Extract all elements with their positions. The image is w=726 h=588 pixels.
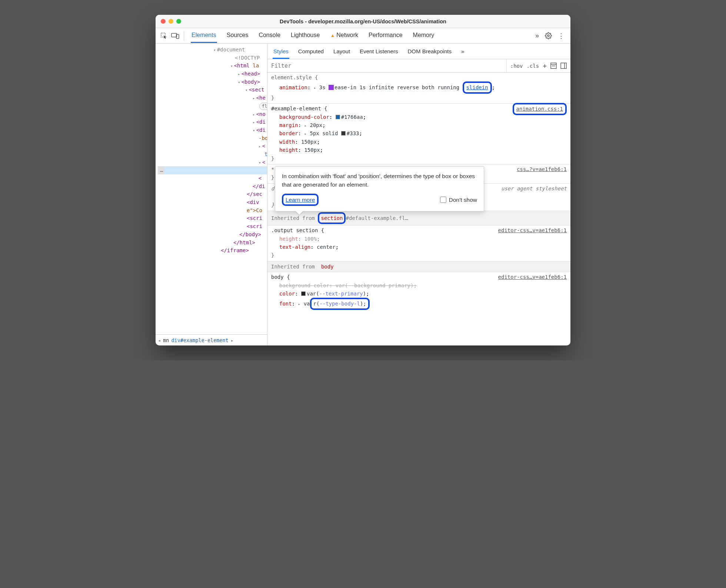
source-link[interactable]: css…?v=ae1feb6:1 (517, 165, 567, 173)
inspect-icon[interactable] (159, 31, 169, 41)
rule-example-element[interactable]: animation.css:1 #example-element { backg… (267, 104, 570, 164)
checkbox-input[interactable] (440, 197, 446, 203)
chevron-right-icon[interactable]: ▸ (231, 337, 234, 343)
source-link[interactable]: animation.css:1 (513, 103, 567, 115)
elements-panel: #document <!DOCTYP <html la <head> <body… (156, 44, 267, 345)
tab-dom-breakpoints[interactable]: DOM Breakpoints (407, 47, 452, 59)
tab-layout[interactable]: Layout (333, 47, 351, 59)
tab-sources[interactable]: Sources (226, 29, 249, 43)
breadcrumb[interactable]: ◂ mn div#example-element ▸ (156, 334, 267, 345)
inherited-section: Inherited from section#default-example.f… (267, 211, 570, 225)
crumb-selected[interactable]: div#example-element (171, 337, 228, 343)
cls-toggle[interactable]: .cls (526, 63, 539, 69)
styles-panel: Styles Computed Layout Event Listeners D… (267, 44, 570, 345)
tab-network[interactable]: Network (329, 29, 359, 43)
dont-show-checkbox[interactable]: Don't show (440, 196, 477, 204)
maximize-icon[interactable] (176, 19, 181, 24)
popover-text: In combination with 'float' and 'positio… (282, 172, 477, 189)
more-icon[interactable]: ⋮ (556, 32, 567, 40)
tab-styles[interactable]: Styles (273, 47, 289, 59)
titlebar: DevTools - developer.mozilla.org/en-US/d… (156, 15, 570, 28)
popover-tail (296, 211, 303, 215)
new-rule-icon[interactable]: + (543, 62, 547, 70)
tab-elements[interactable]: Elements (191, 29, 217, 43)
warning-icon (330, 32, 336, 38)
tab-lighthouse[interactable]: Lighthouse (290, 29, 320, 43)
hov-toggle[interactable]: :hov (510, 63, 523, 69)
window-controls (161, 19, 181, 24)
rule-body[interactable]: editor-css…v=ae1feb6:1 body { background… (267, 272, 570, 311)
tab-computed[interactable]: Computed (297, 47, 324, 59)
source-link[interactable]: editor-css…v=ae1feb6:1 (498, 226, 567, 234)
settings-icon[interactable] (543, 32, 554, 39)
highlight-learn-more[interactable]: Learn more (282, 194, 319, 206)
window-title: DevTools - developer.mozilla.org/en-US/d… (156, 19, 570, 24)
rule-output-section[interactable]: editor-css…v=ae1feb6:1 .output section {… (267, 225, 570, 261)
color-swatch-icon[interactable] (336, 115, 340, 119)
svg-rect-1 (171, 33, 177, 37)
property-docs-popover: In combination with 'float' and 'positio… (275, 166, 484, 211)
inherited-body: Inherited from body (267, 261, 570, 272)
filter-row: :hov .cls + (267, 59, 570, 73)
tab-event-listeners[interactable]: Event Listeners (359, 47, 399, 59)
tab-memory[interactable]: Memory (412, 29, 435, 43)
divider (184, 31, 184, 41)
tab-performance[interactable]: Performance (368, 29, 403, 43)
selected-dom-node[interactable]: … (158, 166, 267, 174)
styles-tabs-overflow[interactable]: » (460, 47, 465, 59)
learn-more-link[interactable]: Learn more (286, 197, 315, 203)
filter-buttons: :hov .cls + (506, 59, 570, 72)
flex-pill[interactable]: fl (259, 103, 267, 110)
filter-input[interactable] (267, 59, 506, 72)
close-icon[interactable] (161, 19, 166, 24)
color-swatch-icon[interactable] (301, 291, 306, 296)
tab-console[interactable]: Console (258, 29, 281, 43)
easing-swatch-icon[interactable] (329, 85, 334, 90)
minimize-icon[interactable] (169, 19, 173, 24)
ua-stylesheet-label: user agent stylesheet (501, 184, 567, 193)
highlight-section-tag[interactable]: section (318, 212, 346, 224)
svg-rect-7 (561, 63, 566, 69)
panel-toggle-icon[interactable] (560, 63, 567, 69)
color-swatch-icon[interactable] (341, 131, 346, 136)
rules-list: element.style { animation: ▸ 3s ease-in … (267, 73, 570, 345)
highlight-slidein[interactable]: slidein (463, 81, 492, 93)
styles-tabs: Styles Computed Layout Event Listeners D… (267, 44, 570, 59)
dom-tree[interactable]: #document <!DOCTYP <html la <head> <body… (156, 44, 267, 334)
device-icon[interactable] (170, 31, 180, 41)
chevron-left-icon[interactable]: ◂ (158, 337, 161, 343)
source-link[interactable]: editor-css…v=ae1feb6:1 (498, 273, 567, 281)
crumb-mn[interactable]: mn (163, 337, 169, 343)
rule-element-style[interactable]: element.style { animation: ▸ 3s ease-in … (267, 73, 570, 104)
devtools-window: DevTools - developer.mozilla.org/en-US/d… (156, 15, 570, 345)
computed-sidebar-icon[interactable] (550, 63, 557, 69)
main-content: #document <!DOCTYP <html la <head> <body… (156, 44, 570, 345)
highlight-var-font[interactable]: r(--type-body-l); (310, 298, 370, 310)
svg-point-3 (547, 35, 549, 37)
tabs-overflow-icon[interactable]: » (533, 32, 541, 40)
panel-tabs: Elements Sources Console Lighthouse Netw… (191, 29, 532, 43)
main-toolbar: Elements Sources Console Lighthouse Netw… (156, 28, 570, 44)
